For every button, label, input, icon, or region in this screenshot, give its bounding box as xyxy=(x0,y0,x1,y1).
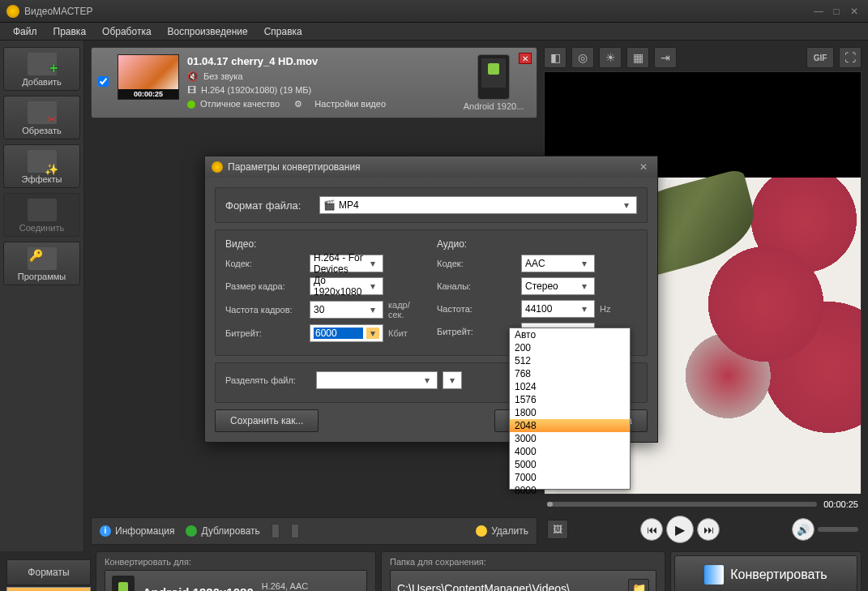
join-icon xyxy=(28,199,57,221)
fullscreen-button[interactable]: ⛶ xyxy=(839,47,862,68)
play-button[interactable]: ▶ xyxy=(666,516,694,543)
quality-dot-icon xyxy=(187,101,195,109)
menu-edit[interactable]: Правка xyxy=(45,24,95,40)
dialog-titlebar[interactable]: Параметры конвертирования ✕ xyxy=(205,156,657,178)
maximize-button[interactable]: □ xyxy=(829,6,844,17)
android-device-icon xyxy=(477,54,510,100)
close-button[interactable]: ✕ xyxy=(847,6,862,17)
move-down-button[interactable] xyxy=(291,524,299,538)
bitrate-option[interactable]: 1800 xyxy=(510,406,630,419)
browse-folder-button[interactable]: 📁 xyxy=(628,579,649,591)
sidebar-add[interactable]: Добавить xyxy=(3,47,80,91)
file-card[interactable]: 00:00:25 01.04.17 cherry_4 HD.mov 🔇Без з… xyxy=(91,47,537,118)
bitrate-option[interactable]: 3000 xyxy=(510,432,630,445)
android-icon xyxy=(112,576,135,591)
save-as-button[interactable]: Сохранить как... xyxy=(215,409,319,432)
split-select[interactable]: ▾ xyxy=(316,371,438,389)
sidebar-cut[interactable]: Обрезать xyxy=(3,96,80,139)
scissors-icon xyxy=(28,101,57,124)
sidebar-prog-label: Программы xyxy=(6,272,78,281)
tab-formats[interactable]: Форматы xyxy=(6,559,91,585)
bitrate-option[interactable]: 2048 xyxy=(510,419,630,432)
bitrate-option[interactable]: 512 xyxy=(510,354,630,367)
audio-codec-select[interactable]: AAC▾ xyxy=(521,255,595,272)
video-codec-select[interactable]: H.264 - For Devices▾ xyxy=(310,255,383,272)
file-name: 01.04.17 cherry_4 HD.mov xyxy=(187,54,449,68)
brightness-tool[interactable]: ☀ xyxy=(599,47,622,68)
file-settings-link[interactable]: Настройки видео xyxy=(314,97,386,111)
convert-button[interactable]: Конвертировать xyxy=(674,555,857,591)
dialog-close-button[interactable]: ✕ xyxy=(636,161,651,173)
folder-title: Папка для сохранения: xyxy=(390,557,656,567)
sidebar-add-label: Добавить xyxy=(6,77,78,87)
preview-toolbar: ◧ ◎ ☀ ▦ ⇥ GIF ⛶ xyxy=(544,47,862,68)
sidebar-join: Соединить xyxy=(3,193,80,237)
file-checkbox[interactable] xyxy=(98,76,109,87)
chevron-down-icon[interactable]: ▾ xyxy=(620,199,633,211)
rotate-tool[interactable]: ◎ xyxy=(571,47,594,68)
frame-size-select[interactable]: До 1920x1080▾ xyxy=(310,277,383,295)
remove-file-button[interactable]: ✕ xyxy=(519,53,532,64)
bitrate-option[interactable]: 5000 xyxy=(510,458,630,471)
menu-process[interactable]: Обработка xyxy=(94,24,160,40)
volume-button[interactable]: 🔊 xyxy=(792,518,815,541)
sidebar-fx-label: Эффекты xyxy=(6,174,78,184)
bitrate-option[interactable]: 1576 xyxy=(510,393,630,406)
file-audio: Без звука xyxy=(203,70,243,84)
bitrate-option[interactable]: 768 xyxy=(510,367,630,380)
time-slider[interactable] xyxy=(547,502,817,507)
bitrate-option[interactable]: 1024 xyxy=(510,380,630,393)
action-panel: Конвертировать Записать DVD Разместить н… xyxy=(670,551,862,591)
video-bitrate-select[interactable]: 6000▾ xyxy=(310,324,383,342)
folder-panel: Папка для сохранения: C:\Users\ContentMa… xyxy=(381,551,665,591)
snapshot-button[interactable]: 🖼 xyxy=(547,520,568,539)
app-logo-icon xyxy=(6,5,19,18)
menu-file[interactable]: Файл xyxy=(5,24,45,40)
film-icon: 🎞 xyxy=(187,84,196,97)
speed-tool[interactable]: ⇥ xyxy=(654,47,677,68)
move-up-button[interactable] xyxy=(272,524,280,538)
file-info: 01.04.17 cherry_4 HD.mov 🔇Без звука 🎞H.2… xyxy=(187,54,449,111)
titlebar: ВидеоМАСТЕР — □ ✕ xyxy=(0,0,868,23)
bitrate-option[interactable]: 200 xyxy=(510,341,630,354)
video-header: Видео: xyxy=(225,238,425,250)
bitrate-option[interactable]: 7000 xyxy=(510,471,630,484)
bitrate-option[interactable]: Авто xyxy=(510,328,630,341)
dialog-title: Параметры конвертирования xyxy=(228,161,361,173)
tab-devices[interactable]: Устройства xyxy=(6,587,91,591)
format-tabs: Форматы Устройства Сайты xyxy=(6,551,91,591)
sidebar-cut-label: Обрезать xyxy=(6,126,78,135)
effects-icon xyxy=(28,150,57,173)
watermark-tool[interactable]: ▦ xyxy=(626,47,649,68)
duplicate-icon xyxy=(186,525,197,537)
add-icon xyxy=(28,53,57,75)
duplicate-button[interactable]: Дублировать xyxy=(186,525,259,537)
gear-icon[interactable]: ⚙ xyxy=(294,97,302,111)
gif-button[interactable]: GIF xyxy=(806,47,834,68)
menu-help[interactable]: Справка xyxy=(256,24,310,40)
channels-select[interactable]: Стерео▾ xyxy=(521,277,595,295)
convert-for-panel: Конвертировать для: Android 1920x1080 H.… xyxy=(96,551,376,591)
prev-button[interactable]: ⏮ xyxy=(640,518,663,541)
crop-tool[interactable]: ◧ xyxy=(544,47,567,68)
delete-button[interactable]: Удалить xyxy=(476,525,528,537)
convert-title: Конвертировать для: xyxy=(105,557,367,567)
sidebar-effects[interactable]: Эффекты xyxy=(3,144,80,188)
minimize-button[interactable]: — xyxy=(811,6,826,17)
audio-freq-select[interactable]: 44100▾ xyxy=(521,300,595,318)
format-select[interactable]: 🎬MP4▾ xyxy=(319,196,637,214)
bitrate-option[interactable]: 8000 xyxy=(510,484,630,497)
sidebar-programs[interactable]: Программы xyxy=(3,242,80,285)
split-unit-select[interactable]: ▾ xyxy=(443,371,462,389)
volume-slider[interactable] xyxy=(818,527,858,532)
menu-playback[interactable]: Воспроизведение xyxy=(160,24,256,40)
file-duration: 00:00:25 xyxy=(118,89,178,99)
fps-select[interactable]: 30▾ xyxy=(310,301,383,319)
file-codec: H.264 (1920x1080) (19 МБ) xyxy=(201,84,311,97)
folder-path: C:\Users\ContentManager\Videos\ xyxy=(397,582,623,591)
convert-device-row[interactable]: Android 1920x1080 H.264, AAC44,1 KHz, 25… xyxy=(105,570,367,591)
info-icon: i xyxy=(100,525,111,537)
bitrate-option[interactable]: 4000 xyxy=(510,445,630,458)
info-button[interactable]: iИнформация xyxy=(100,525,174,537)
next-button[interactable]: ⏭ xyxy=(697,518,720,541)
